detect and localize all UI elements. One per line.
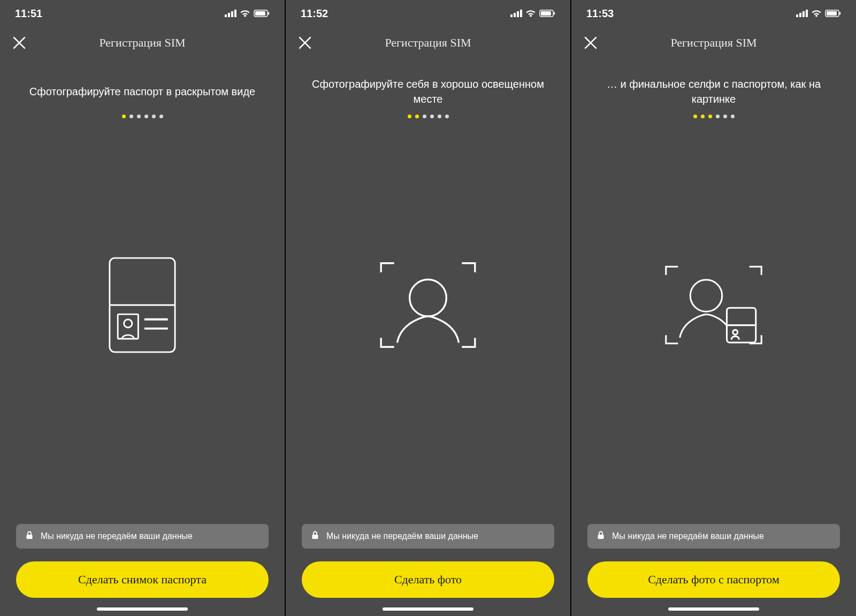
privacy-notice: Мы никуда не передаём ваши данные: [16, 524, 269, 549]
svg-rect-20: [520, 10, 522, 17]
svg-rect-32: [806, 10, 808, 17]
close-button[interactable]: [11, 34, 28, 51]
lock-icon: [311, 531, 319, 542]
lock-icon: [26, 531, 33, 542]
svg-rect-23: [541, 11, 551, 16]
svg-rect-24: [554, 12, 555, 15]
svg-rect-16: [27, 535, 33, 539]
svg-text:!: !: [510, 10, 511, 14]
close-button[interactable]: [582, 34, 599, 51]
privacy-text: Мы никуда не передаём ваши данные: [41, 531, 193, 541]
svg-rect-2: [231, 11, 233, 17]
primary-action-button[interactable]: Сделать фото: [302, 561, 554, 598]
privacy-text: Мы никуда не передаём ваши данные: [326, 531, 478, 541]
screen-3: 11:53!Регистрация SIM… и финальное селфи…: [571, 0, 856, 616]
svg-point-39: [690, 280, 722, 312]
progress-dot: [144, 115, 148, 118]
svg-rect-35: [827, 11, 837, 16]
header: Регистрация SIM: [571, 27, 856, 59]
progress-dot: [129, 115, 133, 118]
instruction-text: … и финальное селфи с паспортом, как на …: [571, 76, 856, 107]
page-title: Регистрация SIM: [385, 36, 471, 50]
progress-dot: [693, 115, 697, 118]
battery-icon: [825, 10, 841, 17]
battery-icon: [254, 10, 270, 17]
passport-icon: [0, 118, 285, 524]
progress-dot: [152, 115, 156, 118]
status-indicators: !: [510, 10, 555, 17]
wifi-icon: [240, 10, 250, 17]
svg-rect-30: [799, 13, 801, 17]
progress-dot: [438, 115, 441, 118]
lock-icon: [597, 531, 605, 542]
progress-dot: [415, 115, 419, 118]
bottom-area: Мы никуда не передаём ваши данныеСделать…: [571, 524, 856, 616]
page-title: Регистрация SIM: [99, 36, 185, 50]
svg-rect-28: [312, 535, 318, 539]
home-indicator[interactable]: [383, 607, 473, 611]
svg-text:!: !: [796, 10, 797, 14]
progress-dots: [286, 115, 570, 118]
progress-dot: [731, 115, 735, 118]
bottom-area: Мы никуда не передаём ваши данныеСделать…: [0, 524, 285, 616]
progress-dot: [122, 115, 126, 118]
progress-dot: [408, 115, 411, 118]
home-indicator[interactable]: [97, 607, 188, 611]
status-indicators: !: [225, 10, 270, 17]
wifi-icon: [811, 10, 822, 17]
battery-icon: [539, 10, 555, 17]
selfie-with-passport-icon: [571, 118, 856, 524]
screen-2: 11:52!Регистрация SIMСфотографируйте себ…: [286, 0, 571, 616]
page-title: Регистрация SIM: [670, 36, 756, 50]
header: Регистрация SIM: [0, 27, 285, 59]
progress-dot: [423, 115, 426, 118]
svg-point-13: [124, 320, 132, 328]
status-indicators: !: [796, 10, 841, 17]
svg-rect-7: [268, 12, 269, 15]
progress-dots: [571, 115, 856, 118]
status-bar: 11:53!: [571, 0, 856, 27]
svg-rect-1: [228, 13, 230, 17]
signal-icon: !: [510, 10, 522, 17]
status-bar: 11:52!: [286, 0, 570, 27]
svg-rect-31: [802, 11, 805, 17]
status-time: 11:51: [15, 7, 42, 20]
instruction-text: Сфотографируйте себя в хорошо освещенном…: [286, 76, 570, 107]
svg-rect-0: [225, 14, 227, 17]
signal-icon: !: [796, 10, 808, 17]
wifi-icon: [525, 10, 536, 17]
progress-dot: [716, 115, 720, 118]
bottom-area: Мы никуда не передаём ваши данныеСделать…: [286, 524, 570, 616]
svg-rect-19: [517, 11, 519, 17]
privacy-text: Мы никуда не передаём ваши данные: [612, 531, 764, 541]
status-time: 11:53: [586, 7, 614, 20]
instruction-text: Сфотографируйте паспорт в раскрытом виде: [0, 76, 285, 107]
close-icon: [11, 44, 28, 53]
progress-dot: [723, 115, 727, 118]
svg-rect-18: [514, 13, 516, 17]
selfie-icon: [286, 118, 570, 524]
privacy-notice: Мы никуда не передаём ваши данные: [587, 524, 840, 549]
progress-dot: [159, 115, 163, 118]
svg-rect-43: [598, 535, 604, 539]
privacy-notice: Мы никуда не передаём ваши данные: [302, 524, 554, 549]
progress-dot: [445, 115, 449, 118]
home-indicator[interactable]: [668, 607, 759, 611]
svg-rect-29: [796, 14, 798, 17]
screen-1: 11:51!Регистрация SIMСфотографируйте пас…: [0, 0, 286, 616]
svg-rect-36: [839, 12, 840, 15]
progress-dots: [0, 115, 285, 118]
close-button[interactable]: [296, 34, 314, 51]
status-bar: 11:51!: [0, 0, 285, 27]
close-icon: [296, 44, 314, 53]
progress-dot: [701, 115, 705, 118]
primary-action-button[interactable]: Сделать фото с паспортом: [587, 561, 840, 598]
primary-action-button[interactable]: Сделать снимок паспорта: [16, 561, 269, 598]
close-icon: [582, 44, 599, 53]
status-time: 11:52: [301, 7, 328, 20]
header: Регистрация SIM: [286, 27, 570, 59]
progress-dot: [137, 115, 141, 118]
svg-text:!: !: [225, 10, 225, 14]
progress-dot: [430, 115, 434, 118]
svg-rect-6: [255, 11, 265, 16]
